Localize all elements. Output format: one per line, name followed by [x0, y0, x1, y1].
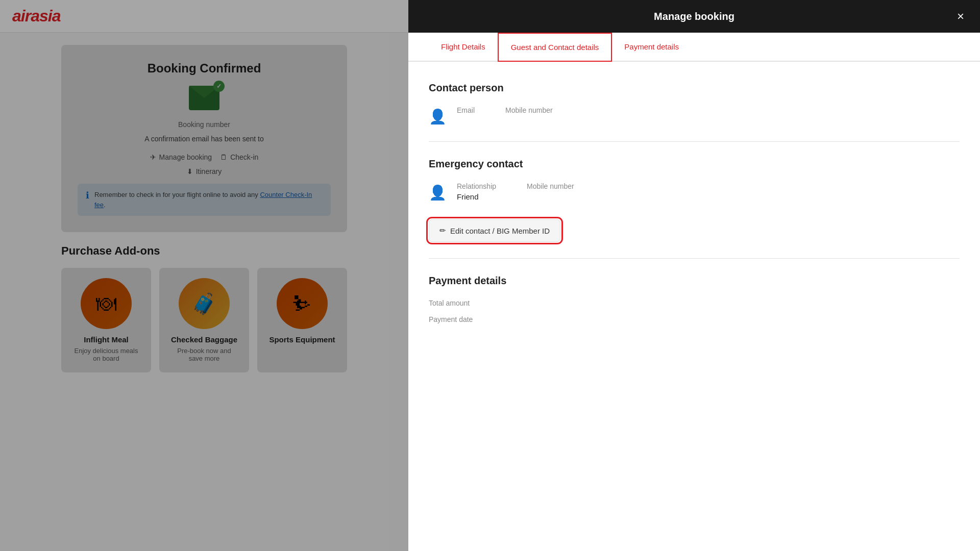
emergency-contact-fields: Relationship Friend Mobile number [457, 182, 960, 201]
emergency-mobile-field: Mobile number [527, 182, 574, 201]
emergency-contact-avatar-icon: 👤 [429, 184, 447, 201]
tab-flight-details[interactable]: Flight Details [429, 33, 498, 61]
pencil-icon: ✏ [439, 226, 446, 235]
email-label: Email [457, 106, 475, 114]
tab-payment-details-label: Payment details [624, 42, 679, 51]
contact-person-avatar-icon: 👤 [429, 108, 447, 125]
total-amount-field: Total amount [429, 299, 960, 307]
manage-booking-panel: Manage booking × Flight Details Guest an… [408, 0, 980, 551]
panel-content: Contact person 👤 Email Mobile number Eme… [408, 62, 980, 551]
contact-mobile-label: Mobile number [505, 106, 553, 114]
payment-section-title: Payment details [429, 275, 960, 287]
section-divider-1 [429, 141, 960, 142]
tab-guest-contact-details-label: Guest and Contact details [511, 43, 599, 52]
relationship-value: Friend [457, 192, 496, 201]
overlay-dim [0, 0, 408, 551]
contact-person-row: 👤 Email Mobile number [429, 106, 960, 125]
edit-contact-label: Edit contact / BIG Member ID [450, 227, 550, 235]
tab-guest-contact-details[interactable]: Guest and Contact details [498, 33, 612, 62]
tab-payment-details[interactable]: Payment details [612, 33, 691, 61]
contact-email-field: Email [457, 106, 475, 116]
close-panel-button[interactable]: × [951, 7, 970, 26]
contact-person-fields: Email Mobile number [457, 106, 960, 116]
tab-flight-details-label: Flight Details [441, 42, 485, 51]
payment-date-field: Payment date [429, 315, 960, 323]
panel-tabs: Flight Details Guest and Contact details… [408, 33, 980, 62]
edit-contact-button[interactable]: ✏ Edit contact / BIG Member ID [429, 219, 560, 242]
payment-section: Payment details Total amount Payment dat… [429, 275, 960, 323]
emergency-contact-row: 👤 Relationship Friend Mobile number [429, 182, 960, 201]
payment-date-label: Payment date [429, 315, 960, 323]
emergency-relationship-field: Relationship Friend [457, 182, 496, 201]
total-amount-label: Total amount [429, 299, 960, 307]
emergency-contact-section-title: Emergency contact [429, 158, 960, 170]
contact-person-section-title: Contact person [429, 82, 960, 94]
emergency-mobile-label: Mobile number [527, 182, 574, 190]
panel-title: Manage booking [654, 11, 734, 22]
section-divider-2 [429, 258, 960, 259]
relationship-label: Relationship [457, 182, 496, 190]
panel-header: Manage booking × [408, 0, 980, 33]
contact-mobile-field: Mobile number [505, 106, 553, 116]
